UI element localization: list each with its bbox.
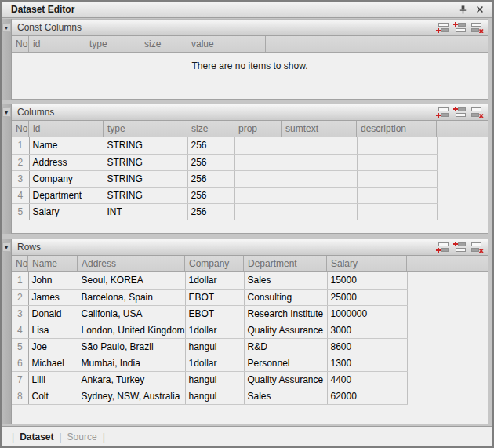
row-number-cell[interactable]: 7 <box>12 371 28 388</box>
table-cell[interactable]: 25000 <box>327 289 407 305</box>
table-cell[interactable]: Mumbai, India <box>78 355 185 371</box>
table-cell[interactable] <box>282 203 357 220</box>
table-cell[interactable]: hangul <box>185 371 244 388</box>
table-cell[interactable]: Califonia, USA <box>78 305 185 322</box>
table-cell[interactable] <box>282 187 357 203</box>
table-cell[interactable] <box>282 154 357 170</box>
row-number-cell[interactable]: 4 <box>12 187 29 203</box>
table-cell[interactable] <box>234 203 282 220</box>
table-cell[interactable]: Research Institute <box>244 305 327 322</box>
table-cell[interactable]: STRING <box>104 154 187 170</box>
table-cell[interactable]: London, United Kingdom <box>78 322 185 338</box>
table-cell[interactable]: 256 <box>187 203 234 220</box>
insert-row-icon[interactable] <box>453 107 467 118</box>
section-collapse-gutter[interactable]: ▾ <box>2 239 12 424</box>
table-cell[interactable]: R&D <box>244 338 327 355</box>
table-cell[interactable]: James <box>28 289 78 305</box>
table-cell[interactable] <box>234 137 282 154</box>
table-cell[interactable]: 15000 <box>327 272 407 289</box>
insert-row-icon[interactable] <box>453 22 467 33</box>
column-header-id[interactable]: id <box>29 36 85 52</box>
table-cell[interactable]: 1dollar <box>185 272 244 289</box>
column-header-department[interactable]: Department <box>244 256 327 271</box>
table-cell[interactable]: Consulting <box>244 289 327 305</box>
tab-dataset[interactable]: Dataset <box>20 432 53 443</box>
close-icon[interactable] <box>474 4 486 15</box>
row-number-cell[interactable]: 6 <box>12 355 28 371</box>
row-number-cell[interactable]: 2 <box>12 154 29 170</box>
table-cell[interactable]: Department <box>29 187 104 203</box>
table-cell[interactable] <box>357 154 437 170</box>
row-number-cell[interactable]: 5 <box>12 203 29 220</box>
table-cell[interactable]: Sales <box>244 388 327 404</box>
table-cell[interactable]: Joe <box>28 338 78 355</box>
table-cell[interactable]: Ankara, Turkey <box>78 371 185 388</box>
table-cell[interactable]: Sydney, NSW, Australia <box>78 388 185 404</box>
table-cell[interactable] <box>234 154 282 170</box>
table-cell[interactable]: Barcelona, Spain <box>78 289 185 305</box>
table-cell[interactable] <box>234 187 282 203</box>
row-number-cell[interactable]: 1 <box>12 272 28 289</box>
table-cell[interactable] <box>234 170 282 187</box>
table-cell[interactable]: EBOT <box>185 289 244 305</box>
row-number-cell[interactable]: 3 <box>12 305 28 322</box>
table-cell[interactable]: 1000000 <box>327 305 407 322</box>
table-cell[interactable]: 4400 <box>327 371 407 388</box>
chevron-down-icon[interactable]: ▾ <box>2 107 11 117</box>
column-header-no[interactable]: No <box>12 256 28 271</box>
table-cell[interactable]: 3000 <box>327 322 407 338</box>
table-cell[interactable] <box>282 170 357 187</box>
table-cell[interactable]: Michael <box>28 355 78 371</box>
row-number-cell[interactable]: 2 <box>12 289 28 305</box>
table-cell[interactable]: Donald <box>28 305 78 322</box>
table-cell[interactable]: STRING <box>104 187 187 203</box>
column-header-no[interactable]: No <box>12 36 29 52</box>
tab-source[interactable]: Source <box>67 432 97 443</box>
delete-row-icon[interactable] <box>470 107 484 118</box>
table-cell[interactable]: 256 <box>187 170 234 187</box>
section-collapse-gutter[interactable]: ▾ <box>2 104 12 234</box>
pin-icon[interactable] <box>456 4 469 15</box>
row-number-cell[interactable]: 3 <box>12 170 29 187</box>
chevron-down-icon[interactable]: ▾ <box>2 242 11 252</box>
column-header-prop[interactable]: prop <box>234 121 282 137</box>
add-row-icon[interactable] <box>436 107 449 118</box>
table-cell[interactable]: 1dollar <box>185 355 244 371</box>
table-cell[interactable]: INT <box>104 203 187 220</box>
column-header-size[interactable]: size <box>187 121 234 137</box>
table-cell[interactable]: 1dollar <box>185 322 244 338</box>
column-header-value[interactable]: value <box>187 36 266 52</box>
row-number-cell[interactable]: 4 <box>12 322 28 338</box>
table-cell[interactable]: 256 <box>187 137 234 154</box>
table-cell[interactable]: Quality Assurance <box>244 322 327 338</box>
table-cell[interactable]: Salary <box>29 203 104 220</box>
delete-row-icon[interactable] <box>470 242 484 253</box>
table-cell[interactable]: Quality Assurance <box>244 371 327 388</box>
table-cell[interactable]: Company <box>29 170 104 187</box>
table-cell[interactable] <box>357 203 437 220</box>
table-cell[interactable]: 62000 <box>327 388 407 404</box>
column-header-sumtext[interactable]: sumtext <box>282 121 357 137</box>
table-cell[interactable]: Seoul, KOREA <box>78 272 185 289</box>
table-cell[interactable]: Address <box>29 154 104 170</box>
column-header-no[interactable]: No <box>12 121 29 137</box>
table-cell[interactable]: hangul <box>185 338 244 355</box>
chevron-down-icon[interactable]: ▾ <box>2 23 11 32</box>
add-row-icon[interactable] <box>436 22 449 33</box>
table-cell[interactable]: 256 <box>187 154 234 170</box>
column-header-id[interactable]: id <box>29 121 104 137</box>
table-cell[interactable]: John <box>28 272 78 289</box>
column-header-size[interactable]: size <box>140 36 187 52</box>
delete-row-icon[interactable] <box>470 22 484 33</box>
row-number-cell[interactable]: 8 <box>12 388 28 404</box>
column-header-address[interactable]: Address <box>78 256 185 271</box>
table-cell[interactable] <box>357 137 437 154</box>
table-cell[interactable]: Lisa <box>28 322 78 338</box>
table-cell[interactable]: Sales <box>244 272 327 289</box>
row-number-cell[interactable]: 1 <box>12 137 29 154</box>
table-cell[interactable] <box>282 137 357 154</box>
table-cell[interactable]: STRING <box>104 170 187 187</box>
column-header-name[interactable]: Name <box>28 256 78 271</box>
table-cell[interactable]: São Paulo, Brazil <box>78 338 185 355</box>
table-cell[interactable]: hangul <box>185 388 244 404</box>
